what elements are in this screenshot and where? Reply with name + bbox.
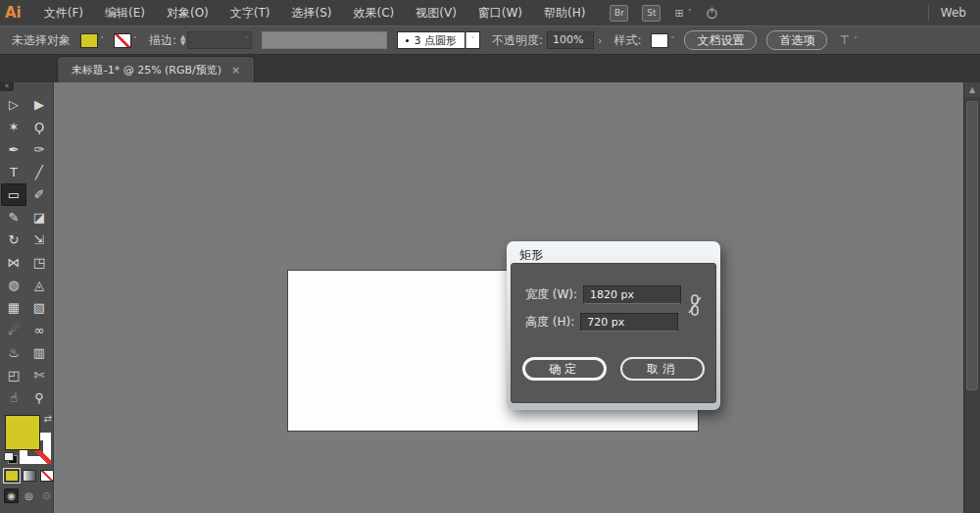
type-tool[interactable]: T [1, 161, 26, 183]
close-icon[interactable]: × [231, 64, 240, 77]
ok-button[interactable]: 确定 [522, 357, 607, 381]
pencil-tool[interactable]: ✎ [1, 206, 26, 229]
drawing-mode-buttons: ◉ ◎ ⊙ [4, 488, 54, 503]
direct-selection-tool[interactable]: ▶ [26, 93, 52, 116]
chevron-down-icon: ˅ [854, 36, 858, 45]
unlink-dimensions-icon[interactable] [688, 293, 702, 321]
perspective-grid-tool[interactable]: ◬ [26, 274, 52, 296]
paint-style-buttons [5, 470, 54, 482]
menu-items: 文件(F)编辑(E)对象(O)文字(T)选择(S)效果(C)视图(V)窗口(W)… [33, 0, 597, 26]
paintbrush-tool[interactable]: ✐ [26, 183, 52, 206]
scrollbar-thumb[interactable] [966, 101, 978, 390]
brush-definition-control[interactable]: 3 点圆形 ˅ [397, 31, 480, 49]
document-tab-title: 未标题-1* @ 25% (RGB/预览) [72, 63, 221, 77]
gradient-tool[interactable]: ▧ [26, 296, 52, 319]
style-control[interactable]: ˅ [651, 33, 674, 48]
eyedropper-tool[interactable]: ☄ [1, 319, 26, 341]
stroke-color-control[interactable]: ˅ [114, 33, 137, 48]
lasso-tool[interactable]: Ϙ [26, 116, 52, 138]
document-setup-button[interactable]: 文档设置 [684, 30, 757, 50]
opacity-more-button[interactable]: › [598, 34, 602, 47]
magic-wand-tool[interactable]: ✶ [1, 116, 26, 138]
width-label: 宽度 (W): [525, 286, 577, 303]
menu-bar: Ai 文件(F)编辑(E)对象(O)文字(T)选择(S)效果(C)视图(V)窗口… [0, 0, 980, 26]
rectangle-tool[interactable]: ▭ [1, 183, 26, 206]
menu-item[interactable]: 帮助(H) [533, 0, 596, 26]
rectangle-dialog: 矩形 宽度 (W): 高度 (H): 确定 取消 [507, 241, 720, 410]
cancel-button[interactable]: 取消 [620, 357, 705, 381]
menu-item[interactable]: 效果(C) [342, 0, 405, 26]
illustrator-window: Ai 文件(F)编辑(E)对象(O)文字(T)选择(S)效果(C)视图(V)窗口… [0, 0, 980, 513]
cs-live-icon [706, 7, 718, 20]
gradient-button[interactable] [23, 470, 36, 482]
selection-tool[interactable]: ▷ [1, 93, 26, 116]
stock-icon[interactable]: St [642, 5, 661, 22]
swap-fill-stroke-icon[interactable]: ⇄ [44, 413, 52, 424]
chevron-down-icon[interactable]: ˅ [670, 36, 674, 45]
menu-item[interactable]: 视图(V) [405, 0, 467, 26]
fill-color-control[interactable]: ˅ [80, 33, 104, 48]
variable-width-profile-dropdown: ˅ [262, 31, 387, 49]
tool-grid: ▷▶✶Ϙ✒✑T╱▭✐✎◪↻⇲⋈◳◍◬▦▧☄∞♨▥◰✄☝⚲ [0, 93, 53, 409]
menu-item[interactable]: 文字(T) [220, 0, 281, 26]
vertical-scrollbar[interactable]: ▲ [963, 82, 980, 513]
fill-stroke-control: ⇄ [0, 413, 54, 470]
fill-swatch[interactable] [5, 415, 40, 450]
artboard-tool[interactable]: ◰ [1, 364, 26, 386]
menu-item[interactable]: 对象(O) [156, 0, 220, 26]
none-button[interactable] [40, 470, 54, 482]
mesh-tool[interactable]: ▦ [1, 296, 26, 319]
opacity-field[interactable]: 100% [547, 31, 594, 49]
width-field[interactable] [583, 285, 681, 304]
height-field[interactable] [580, 313, 678, 332]
slice-tool[interactable]: ✄ [26, 364, 52, 386]
pen-tool[interactable]: ✒ [1, 138, 26, 161]
draw-behind-mode-button[interactable]: ◎ [22, 488, 36, 503]
menu-item[interactable]: 选择(S) [281, 0, 343, 26]
line-segment-tool[interactable]: ╱ [26, 161, 52, 183]
align-panel-icon: ⊤ [839, 33, 849, 47]
style-swatch[interactable] [651, 33, 668, 48]
stroke-weight-dropdown: ˅ [187, 31, 252, 49]
height-label: 高度 (H): [525, 314, 574, 331]
symbol-sprayer-tool[interactable]: ♨ [1, 341, 26, 364]
scale-tool[interactable]: ⇲ [26, 229, 52, 251]
eraser-tool[interactable]: ◪ [26, 206, 52, 229]
stroke-weight-stepper[interactable]: ▲▼ [180, 34, 185, 46]
blob-brush-tool[interactable]: ✑ [26, 138, 52, 161]
draw-inside-mode-button[interactable]: ⊙ [39, 488, 54, 503]
width-tool[interactable]: ⋈ [1, 251, 26, 274]
chevron-down-icon[interactable]: ˅ [466, 31, 480, 49]
draw-normal-mode-button[interactable]: ◉ [4, 488, 19, 503]
dialog-title: 矩形 [507, 241, 720, 264]
selection-status: 未选择对象 [12, 32, 71, 49]
toolbar-collapse-button[interactable]: « [0, 82, 14, 91]
preferences-button[interactable]: 首选项 [766, 30, 827, 50]
menu-item[interactable]: 文件(F) [33, 0, 94, 26]
bridge-icon[interactable]: Br [610, 5, 628, 22]
stroke-weight-label: 描边: [149, 32, 176, 49]
menu-item[interactable]: 编辑(E) [94, 0, 156, 26]
panel-options-button[interactable]: ⊤ ˅ [839, 33, 857, 47]
brush-definition-value[interactable]: 3 点圆形 [397, 31, 466, 49]
opacity-label: 不透明度: [492, 32, 543, 49]
free-transform-tool[interactable]: ◳ [26, 251, 52, 274]
color-button[interactable] [5, 470, 19, 482]
column-graph-tool[interactable]: ▥ [26, 341, 52, 364]
workspace-switcher[interactable]: Web [941, 6, 966, 20]
stroke-color-swatch[interactable] [114, 33, 131, 48]
document-tab[interactable]: 未标题-1* @ 25% (RGB/预览) × [57, 56, 255, 82]
scroll-up-icon[interactable]: ▲ [964, 82, 980, 97]
chevron-down-icon[interactable]: ˅ [133, 36, 137, 45]
blend-tool[interactable]: ∞ [26, 319, 52, 341]
zoom-tool[interactable]: ⚲ [26, 386, 52, 409]
default-fill-stroke-icon[interactable] [4, 452, 18, 464]
shape-builder-tool[interactable]: ◍ [1, 274, 26, 296]
fill-color-swatch[interactable] [80, 33, 98, 48]
dialog-body: 宽度 (W): 高度 (H): 确定 取消 [511, 263, 716, 403]
chevron-down-icon[interactable]: ˅ [100, 36, 104, 45]
hand-tool[interactable]: ☝ [1, 386, 26, 409]
arrange-documents-button[interactable]: ⊞ ˅ [674, 7, 691, 20]
rotate-tool[interactable]: ↻ [1, 229, 26, 251]
menu-item[interactable]: 窗口(W) [467, 0, 533, 26]
